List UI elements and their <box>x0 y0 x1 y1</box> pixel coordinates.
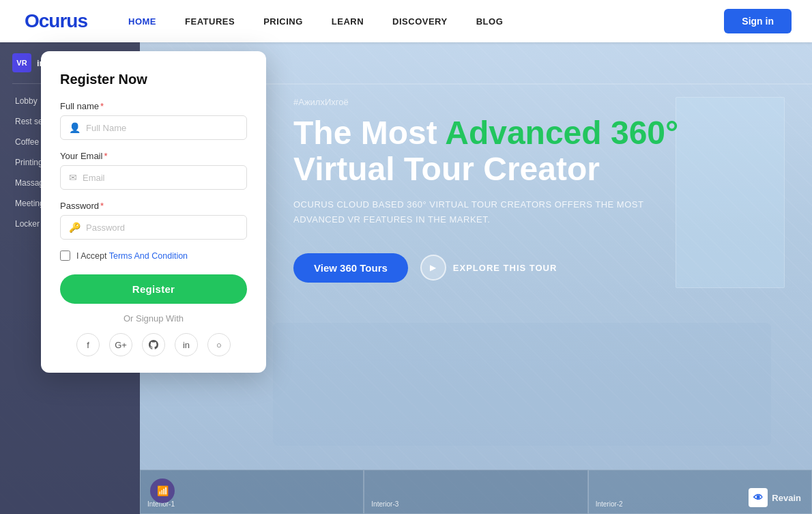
sofa-decoration <box>273 323 771 446</box>
revain-badge[interactable]: 👁 Revain <box>749 488 801 507</box>
facebook-icon[interactable]: f <box>76 333 100 356</box>
podcast-icon: 📶 <box>157 485 169 496</box>
terms-link[interactable]: Terms And Condition <box>109 251 188 261</box>
instagram-icon[interactable]: ○ <box>207 333 231 356</box>
user-icon: 👤 <box>69 122 81 133</box>
fullname-input[interactable] <box>86 123 238 133</box>
explore-tour-button[interactable]: ▶ EXPLORE THIS TOUR <box>420 255 557 281</box>
podcast-button[interactable]: 📶 <box>150 479 175 503</box>
hero-title: The Most Advanced 360° Virtual Tour Crea… <box>293 115 757 188</box>
revain-label: Revain <box>772 493 801 503</box>
signin-button[interactable]: Sign in <box>724 9 792 33</box>
hero-title-part3: Virtual Tour Creator <box>293 151 600 187</box>
email-input[interactable] <box>83 173 238 183</box>
nav-pricing[interactable]: PRICING <box>263 16 303 27</box>
register-title: Register Now <box>60 72 247 87</box>
hero-buttons: View 360 Tours ▶ EXPLORE THIS TOUR <box>293 253 757 283</box>
email-group: Your Email* ✉ <box>60 151 247 190</box>
github-icon[interactable] <box>142 333 165 356</box>
thumbnail-interior-3[interactable]: Interior-3 <box>364 470 588 514</box>
fullname-input-wrapper: 👤 <box>60 115 247 140</box>
nav-blog[interactable]: BLOG <box>476 16 504 27</box>
terms-checkbox-row: I Accept Terms And Condition <box>60 251 247 261</box>
google-icon[interactable]: G+ <box>109 333 132 356</box>
social-divider-text: Or Signup With <box>60 313 247 324</box>
logo-text: Ocurus <box>25 10 87 31</box>
site-logo: Ocurus <box>25 10 87 32</box>
email-input-wrapper: ✉ <box>60 165 247 190</box>
linkedin-icon[interactable]: in <box>175 333 198 356</box>
fullname-group: Full name* 👤 <box>60 101 247 140</box>
fullname-required: * <box>100 101 104 111</box>
password-input[interactable] <box>86 223 238 233</box>
thumbnail-label-2: Interior-2 <box>596 500 623 508</box>
view-360-tours-button[interactable]: View 360 Tours <box>293 253 408 283</box>
explore-label: EXPLORE THIS TOUR <box>453 263 557 273</box>
register-modal: Register Now Full name* 👤 Your Email* ✉ … <box>41 51 266 373</box>
sidebar-logo-icon: VR <box>12 53 31 72</box>
password-input-wrapper: 🔑 <box>60 215 247 240</box>
hero-content: #АжилхИхгоё The Most Advanced 360° Virtu… <box>293 97 757 283</box>
hero-title-part1: The Most <box>293 115 445 151</box>
email-label: Your Email* <box>60 151 247 161</box>
play-icon: ▶ <box>420 255 446 281</box>
terms-label: I Accept Terms And Condition <box>76 251 188 261</box>
password-label: Password* <box>60 201 247 211</box>
nav-learn[interactable]: LEARN <box>332 16 364 27</box>
nav-features[interactable]: FEATURES <box>185 16 235 27</box>
key-icon: 🔑 <box>69 222 81 233</box>
social-icons: f G+ in ○ <box>60 333 247 356</box>
nav-discovery[interactable]: DISCOVERY <box>392 16 448 27</box>
nav-home[interactable]: HOME <box>128 16 156 27</box>
email-icon: ✉ <box>69 172 77 183</box>
email-required: * <box>104 151 107 161</box>
hero-tag: #АжилхИхгоё <box>293 97 757 107</box>
fullname-label: Full name* <box>60 101 247 111</box>
password-group: Password* 🔑 <box>60 201 247 240</box>
thumbnail-label-3: Interior-3 <box>371 500 398 508</box>
nav-links: HOME FEATURES PRICING LEARN DISCOVERY BL… <box>128 16 724 27</box>
terms-checkbox[interactable] <box>60 251 70 261</box>
thumbnail-strip: Interior-1 Interior-3 Interior-2 <box>140 470 812 514</box>
navbar: Ocurus HOME FEATURES PRICING LEARN DISCO… <box>0 0 812 42</box>
password-required: * <box>100 201 104 211</box>
hero-subtitle: OCURUS CLOUD BASED 360° VIRTUAL TOUR CRE… <box>293 197 676 227</box>
register-button[interactable]: Register <box>60 274 247 304</box>
hero-title-accent: Advanced 360° <box>445 115 678 151</box>
revain-icon: 👁 <box>749 488 768 507</box>
